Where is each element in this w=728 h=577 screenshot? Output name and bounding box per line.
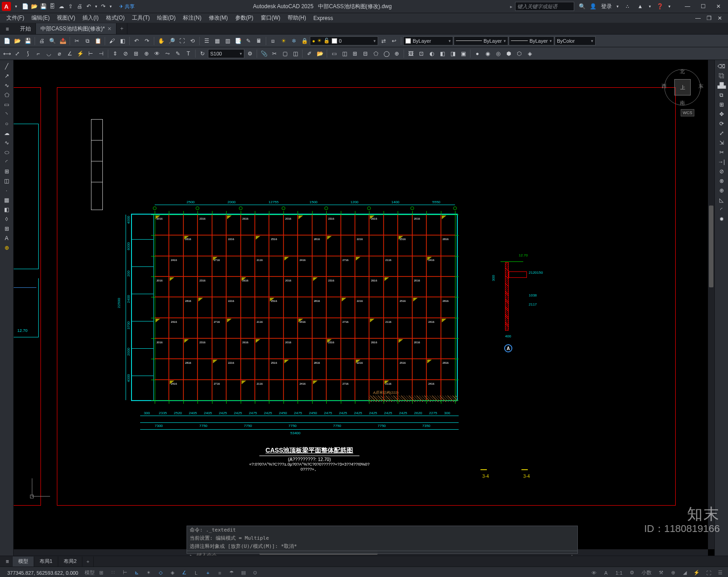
spline-icon[interactable]: ∿ [1,138,13,147]
makeblock-icon[interactable]: ◫ [1,176,13,186]
ref-frame2-icon[interactable]: ◫ [290,49,300,59]
table-icon[interactable]: ⊞ [1,224,13,233]
layer-dropdown[interactable]: ● ☀ 🔓 0 ▾ [310,36,378,45]
save-icon[interactable]: 💾 [39,2,47,10]
tb-layermatch-icon[interactable]: ⇄ [379,36,389,46]
viewcube-north[interactable]: 北 [680,68,685,75]
layout-tab-2[interactable]: 布局2 [58,557,82,567]
sc-toggle-icon[interactable]: ⊙ [250,568,260,577]
ellipsearc-icon[interactable]: ◜ [1,157,13,166]
array-icon[interactable]: ⊞ [716,100,728,109]
tb-cut-icon[interactable]: ✂ [72,36,82,46]
vertical-scrollbar[interactable] [708,60,714,549]
minimize-button[interactable]: — [680,1,695,12]
tb-lock-icon[interactable]: 🔒 [299,36,309,46]
scale-label[interactable]: 1:1 [613,568,625,577]
tab-close-icon[interactable]: ✕ [107,26,111,32]
hw-accel-icon[interactable]: ⚡ [692,568,702,577]
tb-pan-icon[interactable]: ✋ [156,36,166,46]
tb-tpalette-icon[interactable]: ▥ [222,36,233,46]
dim-arc-icon[interactable]: ⟆ [23,49,33,59]
explode-icon[interactable]: ✹ [716,215,728,224]
tb-layermgr-icon[interactable]: ⧇ [268,36,278,46]
menu-draw[interactable]: 绘图(D) [153,13,179,23]
img-clip-icon[interactable]: ⊡ [416,49,426,59]
autodesk-icon[interactable]: ▲ [636,2,644,10]
plot-icon[interactable]: 🖨 [76,2,84,10]
vp-4-icon[interactable]: ⊟ [360,49,370,59]
img-trans-icon[interactable]: ◨ [448,49,458,59]
rect-icon[interactable]: ▭ [1,100,13,109]
trim-icon[interactable]: ✂ [716,148,728,157]
decimal-label[interactable]: 小数 [639,568,654,577]
point-icon[interactable]: · [1,186,13,195]
redo-drop-icon[interactable]: ▾ [108,2,113,10]
mtext-icon[interactable]: A [1,234,13,243]
stretch-icon[interactable]: ⇲ [716,138,728,147]
menu-express[interactable]: Express [310,14,337,22]
dim-style-icon[interactable]: ⚙ [245,49,255,59]
undo-drop-icon[interactable]: ▾ [94,2,98,10]
search-icon[interactable]: 🔍 [577,1,587,11]
custom-icon[interactable]: ☰ [715,568,725,577]
modelspace-toggle[interactable]: 模型 [85,568,95,577]
fillet-icon[interactable]: ◜ [716,205,728,214]
doc-close-button[interactable]: ✕ [714,14,725,22]
layout-tab-model[interactable]: 模型 [13,557,34,567]
polar-toggle-icon[interactable]: ✶ [144,568,154,577]
tab-start[interactable]: 开始 [15,23,36,34]
dim-aligned-icon[interactable]: ⤢ [12,49,22,59]
view-cube[interactable]: 上 北 南 东 西 [664,69,701,105]
doc-restore-button[interactable]: ❐ [703,14,714,22]
tb-plot-icon[interactable]: 🖨 [37,36,47,46]
tb-freeze-icon[interactable]: ❄ [289,36,299,46]
grid-toggle-icon[interactable]: ⊞ [96,568,106,577]
ref-clip-icon[interactable]: ✂ [269,49,279,59]
drawing-canvas[interactable]: 上 北 南 东 西 WCS 12.70 [14,60,714,556]
otrack-toggle-icon[interactable]: ∠ [179,568,189,577]
ref-open-icon[interactable]: 📂 [315,49,325,59]
help-drop-icon[interactable]: ▾ [668,4,671,9]
new-icon[interactable]: 📄 [21,2,29,10]
tb-zoom-icon[interactable]: 🔎 [167,36,177,46]
region-icon[interactable]: ◊ [1,215,13,224]
addsel-icon[interactable]: ⊕ [1,243,13,252]
menu-view[interactable]: 视图(V) [53,13,79,23]
cmd-recent-icon[interactable]: ▴ [568,552,576,556]
3dosnap-toggle-icon[interactable]: ◈ [167,568,177,577]
menu-format[interactable]: 格式(O) [102,13,128,23]
web-open-icon[interactable]: ☁ [57,2,66,10]
app-exchange-icon[interactable]: ⛬ [623,2,632,10]
chamfer-icon[interactable]: ◺ [716,196,728,205]
viewcube-south[interactable]: 南 [680,100,685,106]
menu-help[interactable]: 帮助(H) [284,13,310,23]
autodesk-drop-icon[interactable]: ▾ [649,4,651,9]
menu-param[interactable]: 参数(P) [232,13,257,23]
layout-tab-1[interactable]: 布局1 [34,557,58,567]
tab-current-document[interactable]: 中部CASS池结构图(修改)* ✕ [36,23,116,34]
gradient-icon[interactable]: ◧ [1,205,13,214]
dimstyle-dropdown[interactable]: S100 ▾ [208,49,244,58]
snap-toggle-icon[interactable]: ∷ [108,568,118,577]
join-icon[interactable]: ⊕ [716,186,728,195]
tb-block-icon[interactable]: ◧ [117,36,127,46]
osnap-toggle-icon[interactable]: ◇ [156,568,166,577]
viewcube-top-face[interactable]: 上 [674,79,691,95]
tb-open-icon[interactable]: 📂 [12,36,22,46]
tb-save-icon[interactable]: 💾 [23,36,33,46]
ortho-toggle-icon[interactable]: ⊾ [132,568,142,577]
layout-menu-icon[interactable]: ≡ [2,558,13,565]
dyn-toggle-icon[interactable]: + [203,568,213,577]
tpy-toggle-icon[interactable]: ☂ [227,568,237,577]
render4-icon[interactable]: ⬢ [504,49,514,59]
ducs-toggle-icon[interactable]: L [191,568,201,577]
dim-space-icon[interactable]: ⇕ [110,49,120,59]
vp-obj-icon[interactable]: ◯ [381,49,391,59]
circle-icon[interactable]: ○ [1,119,13,128]
dim-cont-icon[interactable]: ⊣ [96,49,106,59]
polygon-icon[interactable]: ⬠ [1,90,13,100]
ref-frame1-icon[interactable]: ▢ [280,49,290,59]
login-label[interactable]: 登录 [601,3,612,10]
login-drop-icon[interactable]: ▾ [617,4,619,9]
anno-mon-icon[interactable]: ⊕ [668,568,678,577]
